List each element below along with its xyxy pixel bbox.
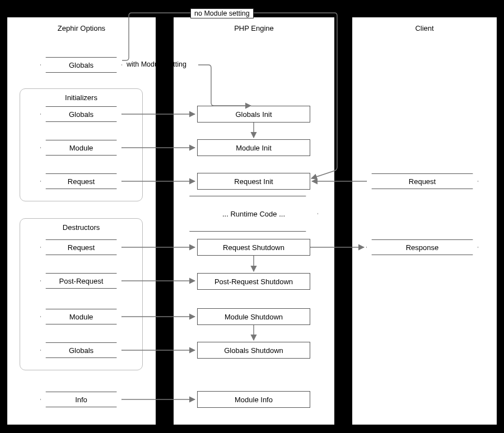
- node-dest-globals-label: Globals: [69, 346, 94, 355]
- label-no-module: no Module setting: [190, 8, 254, 18]
- node-module-init: Module Init: [197, 139, 310, 156]
- node-post-request-shutdown: Post-Request Shutdown: [197, 273, 310, 290]
- node-request-shutdown: Request Shutdown: [197, 239, 310, 256]
- node-request-init-label: Request Init: [234, 177, 273, 186]
- column-client-title: Client: [352, 17, 497, 35]
- node-dest-request: Request: [40, 239, 122, 255]
- node-info-label: Info: [75, 396, 87, 404]
- node-init-request: Request: [40, 173, 122, 189]
- node-post-request-shutdown-label: Post-Request Shutdown: [214, 277, 293, 286]
- node-init-globals: Globals: [40, 106, 122, 122]
- node-module-info-label: Module Info: [235, 396, 273, 404]
- node-dest-postrequest-label: Post-Request: [59, 277, 104, 285]
- node-init-globals-label: Globals: [69, 110, 94, 119]
- node-request-init: Request Init: [197, 173, 310, 190]
- node-client-request-label: Request: [409, 177, 436, 186]
- node-dest-postrequest: Post-Request: [40, 273, 122, 289]
- node-init-module-label: Module: [69, 144, 94, 152]
- node-dest-module: Module: [40, 309, 122, 324]
- node-client-response: Response: [366, 239, 478, 255]
- node-globals-shutdown-label: Globals Shutdown: [224, 346, 283, 355]
- node-module-shutdown-label: Module Shutdown: [225, 313, 283, 321]
- node-info: Info: [40, 392, 122, 407]
- node-dest-module-label: Module: [69, 313, 94, 321]
- node-module-shutdown: Module Shutdown: [197, 308, 310, 325]
- node-init-module: Module: [40, 140, 122, 156]
- node-globals-shutdown: Globals Shutdown: [197, 342, 310, 359]
- node-request-shutdown-label: Request Shutdown: [223, 243, 284, 252]
- column-php-title: PHP Engine: [174, 17, 334, 35]
- group-initializers-title: Initializers: [20, 89, 142, 104]
- node-zephir-globals: Globals: [40, 57, 122, 73]
- column-zephir-title: Zephir Options: [7, 17, 156, 35]
- node-module-init-label: Module Init: [236, 144, 272, 152]
- group-destructors-title: Destructors: [20, 219, 142, 234]
- node-globals-init-label: Globals Init: [235, 110, 272, 119]
- node-module-info: Module Info: [197, 391, 310, 408]
- node-init-request-label: Request: [68, 177, 95, 186]
- label-with-module: with Module setting: [127, 60, 186, 68]
- node-client-response-label: Response: [406, 243, 439, 252]
- node-globals-init: Globals Init: [197, 106, 310, 123]
- column-client: Client: [352, 17, 497, 425]
- node-client-request: Request: [366, 173, 478, 189]
- node-runtime-label: ... Runtime Code ...: [222, 210, 285, 218]
- node-runtime: ... Runtime Code ...: [189, 196, 318, 232]
- node-dest-request-label: Request: [68, 243, 95, 252]
- node-dest-globals: Globals: [40, 342, 122, 358]
- node-zephir-globals-label: Globals: [69, 61, 94, 69]
